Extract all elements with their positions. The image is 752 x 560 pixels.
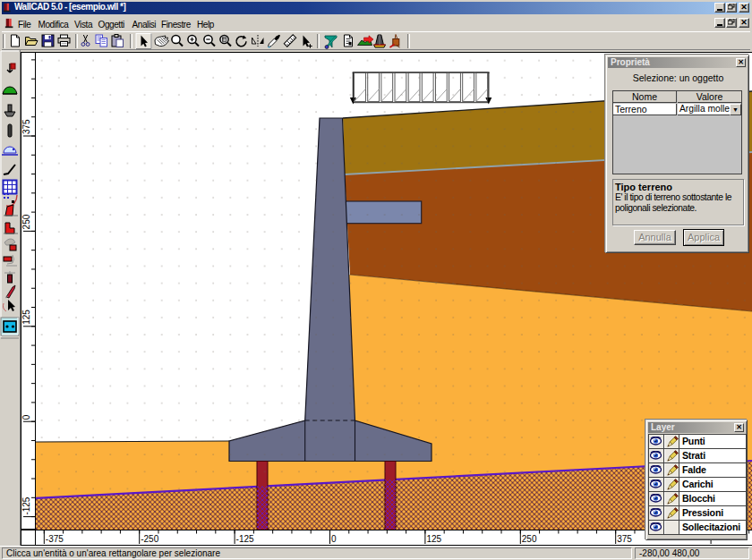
svg-text:375: 375 (21, 119, 31, 134)
svg-text:375: 375 (617, 534, 632, 544)
svg-text:250: 250 (21, 214, 31, 229)
svg-text:125: 125 (21, 310, 31, 325)
svg-text:-125: -125 (21, 496, 31, 514)
svg-text:0: 0 (21, 414, 31, 420)
svg-text:-250: -250 (141, 534, 158, 544)
svg-text:0: 0 (331, 534, 337, 544)
svg-text:-375: -375 (46, 534, 64, 544)
svg-text:125: 125 (426, 534, 441, 544)
svg-text:-125: -125 (236, 534, 254, 544)
svg-text:250: 250 (522, 534, 537, 544)
